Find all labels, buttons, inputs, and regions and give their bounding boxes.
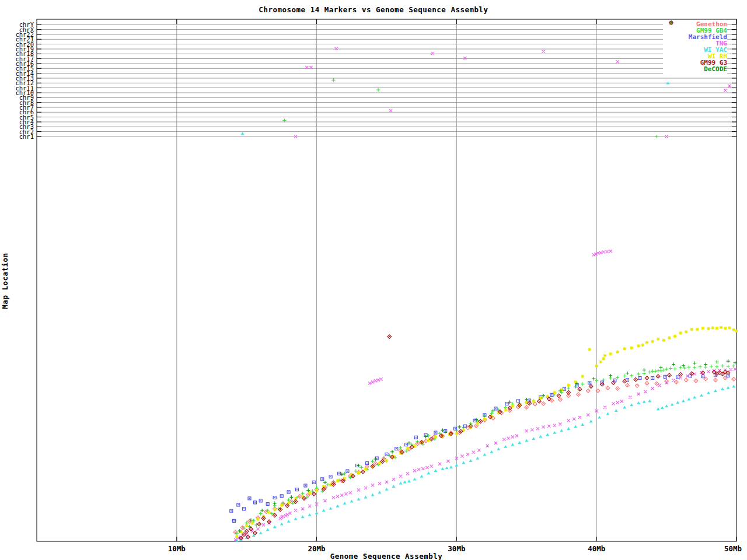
legend-item-decode: DeCODE — [663, 66, 727, 72]
series-tng — [234, 47, 736, 541]
page-title: Chromosome 14 Markers vs Genome Sequence… — [0, 5, 747, 14]
decode-marker-icon — [666, 20, 676, 26]
y-axis-title: Map Location — [1, 249, 9, 313]
legend: GenethonGM99 GB4MarshfieldTNGWI YACWI RH… — [663, 20, 727, 74]
x-axis-title: Genome Sequence Assembly — [330, 552, 443, 560]
legend-label: DeCODE — [663, 66, 727, 72]
series-wi-rh — [235, 326, 738, 538]
x-tick-label-50mb: 50Mb — [724, 544, 742, 553]
chromosome14-marker-plot: Chromosome 14 Markers vs Genome Sequence… — [0, 0, 747, 560]
x-tick-label-10mb: 10Mb — [168, 544, 186, 553]
x-tick-label-30mb: 30Mb — [448, 544, 465, 553]
series-wi-yac — [235, 82, 735, 542]
plot-area — [0, 0, 747, 560]
series-gm99-g3 — [239, 335, 730, 540]
series-gm99-gb4 — [235, 78, 735, 540]
chrom-label-chr1: chr1 — [0, 134, 34, 139]
x-tick-label-40mb: 40Mb — [588, 544, 605, 553]
x-tick-label-20mb: 20Mb — [308, 544, 326, 553]
